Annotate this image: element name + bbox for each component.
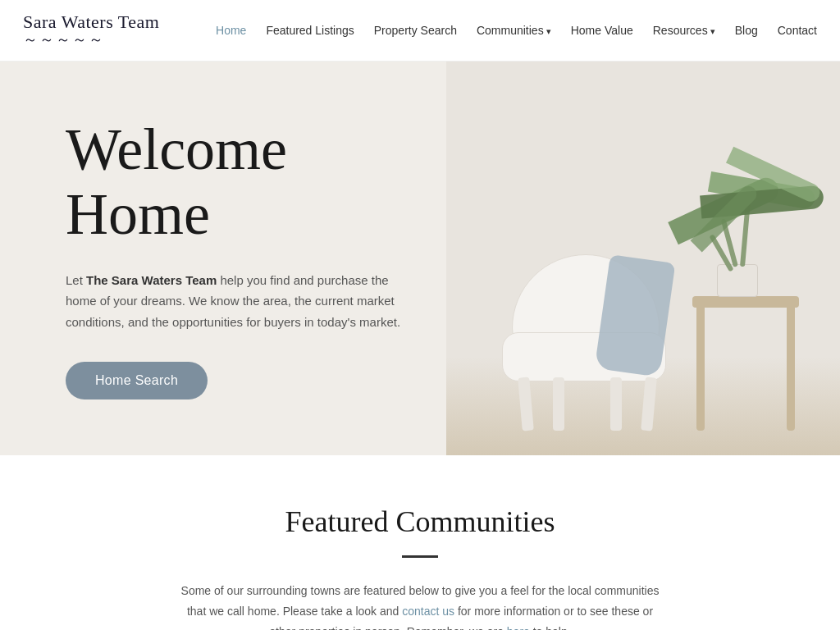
here-link[interactable]: here [507,625,530,630]
plant-pot [717,264,758,297]
hero-section: Welcome Home Let The Sara Waters Team he… [0,62,840,455]
nav-item-resources[interactable]: Resources [653,23,715,38]
nav-link-home-value[interactable]: Home Value [571,24,633,37]
nav-item-home[interactable]: Home [216,23,246,38]
main-nav: Sara Waters Team ～～～～～ Home Featured Lis… [0,0,840,62]
nav-links: Home Featured Listings Property Search C… [216,23,817,38]
nav-link-property-search[interactable]: Property Search [374,24,457,37]
nav-item-home-value[interactable]: Home Value [571,23,633,38]
hero-description: Let The Sara Waters Team help you find a… [66,270,410,333]
hero-desc-brand: The Sara Waters Team [86,273,217,287]
side-table-leg-left [696,304,705,431]
logo-wave: ～～～～～ [23,30,105,49]
chair-leg-2 [553,377,564,431]
nav-item-property-search[interactable]: Property Search [374,23,457,38]
nav-item-contact[interactable]: Contact [778,23,817,38]
nav-link-resources[interactable]: Resources [653,24,715,37]
featured-communities-title: Featured Communities [33,504,807,539]
hero-desc-prefix: Let [66,273,86,287]
nav-link-home[interactable]: Home [216,24,246,37]
nav-item-featured[interactable]: Featured Listings [266,23,354,38]
contact-us-link[interactable]: contact us [402,605,454,618]
featured-divider [402,555,438,558]
hero-image [446,62,840,455]
chair-leg-3 [610,377,622,431]
featured-communities-section: Featured Communities Some of our surroun… [0,455,840,630]
side-table-leg-right [787,304,795,431]
featured-desc-part3: to help. [530,625,571,630]
nav-link-contact[interactable]: Contact [778,24,817,37]
nav-link-communities[interactable]: Communities [477,24,551,37]
home-search-button[interactable]: Home Search [66,362,208,399]
logo[interactable]: Sara Waters Team ～～～～～ [23,11,159,49]
nav-item-communities[interactable]: Communities [477,23,551,38]
hero-title: Welcome Home [66,117,410,247]
featured-communities-description: Some of our surrounding towns are featur… [174,581,666,630]
nav-link-featured[interactable]: Featured Listings [266,24,354,37]
hero-content: Welcome Home Let The Sara Waters Team he… [0,68,476,450]
nav-item-blog[interactable]: Blog [735,23,758,38]
side-table-top [692,296,799,308]
nav-link-blog[interactable]: Blog [735,24,758,37]
